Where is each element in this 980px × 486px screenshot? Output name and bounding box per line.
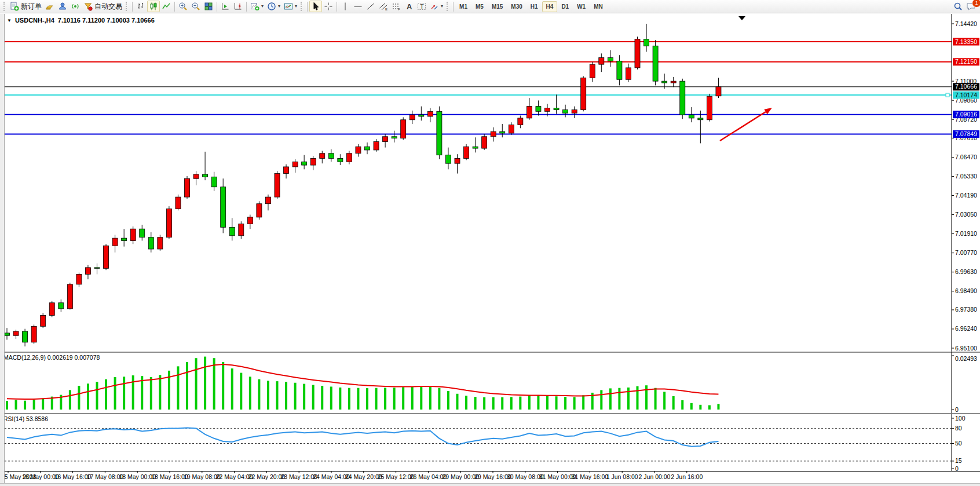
svg-text:31 May 16:00: 31 May 16:00 — [572, 473, 609, 480]
svg-text:16 May 00:00: 16 May 00:00 — [22, 473, 59, 480]
svg-text:100: 100 — [955, 415, 966, 422]
svg-text:25 May 12:00: 25 May 12:00 — [378, 473, 415, 480]
svg-text:22 May 04:00: 22 May 04:00 — [216, 473, 253, 480]
cursor-tool-button[interactable] — [309, 1, 322, 12]
timeframe-w1[interactable]: W1 — [573, 1, 590, 12]
toolbar-grip[interactable] — [126, 2, 129, 11]
svg-text:29 May 16:00: 29 May 16:00 — [474, 473, 511, 480]
svg-text:6.97380: 6.97380 — [955, 306, 977, 313]
channel-tool-button[interactable]: E — [377, 1, 390, 12]
svg-text:26 May 04:00: 26 May 04:00 — [410, 473, 447, 480]
gold-tool-button[interactable] — [43, 1, 56, 12]
svg-text:0: 0 — [955, 465, 959, 472]
svg-text:7.09016: 7.09016 — [955, 111, 977, 118]
svg-text:15: 15 — [955, 457, 962, 464]
new-order-label: 新订单 — [21, 2, 42, 12]
horizontal-line-tool-button[interactable] — [352, 1, 364, 12]
text-tool-button[interactable]: A — [403, 1, 415, 12]
signals-button[interactable] — [69, 1, 82, 12]
toolbar-grip[interactable] — [447, 2, 449, 11]
chat-button[interactable]: 1 — [964, 1, 978, 12]
profile-button[interactable] — [56, 1, 69, 12]
svg-text:18 May 16:00: 18 May 16:00 — [151, 473, 188, 480]
arrows-tool-button[interactable]: ▾ — [428, 1, 445, 12]
macd-indicator-panel[interactable]: MACD(12,26,9) 0.002619 0.0070780.024930 — [0, 352, 980, 414]
fibonacci-tool-button[interactable]: F — [390, 1, 403, 12]
arrows-caret: ▾ — [441, 4, 443, 9]
svg-text:18 May 00:00: 18 May 00:00 — [119, 473, 156, 480]
timeframe-m1[interactable]: M1 — [455, 1, 471, 12]
timeframe-m15[interactable]: M15 — [488, 1, 507, 12]
timeframe-d1[interactable]: D1 — [557, 1, 573, 12]
chart-shift-button[interactable] — [232, 1, 244, 12]
svg-text:23 May 12:00: 23 May 12:00 — [280, 473, 317, 480]
zoom-out-icon — [191, 2, 200, 11]
crosshair-icon — [324, 2, 333, 11]
svg-text:2 Jun 00:00: 2 Jun 00:00 — [639, 473, 671, 480]
bar-chart-icon — [136, 2, 145, 11]
zoom-out-button[interactable] — [189, 1, 202, 12]
svg-text:7.13350: 7.13350 — [955, 38, 977, 45]
fibonacci-icon: F — [392, 2, 401, 11]
svg-text:0: 0 — [955, 406, 959, 413]
bar-chart-button[interactable] — [134, 1, 147, 12]
svg-text:50: 50 — [955, 440, 962, 447]
new-order-icon — [10, 2, 19, 11]
auto-trading-label: 自动交易 — [94, 2, 122, 12]
window-left-gutter[interactable] — [0, 14, 5, 483]
svg-text:80: 80 — [955, 425, 962, 432]
svg-text:6.95100: 6.95100 — [955, 345, 977, 352]
vertical-line-tool-button[interactable] — [339, 1, 352, 12]
time-axis[interactable]: 15 May 202316 May 00:0016 May 16:0017 Ma… — [0, 472, 980, 483]
chart-ohlc-values: 7.10116 7.11200 7.10003 7.10666 — [58, 17, 155, 24]
search-button[interactable] — [952, 1, 964, 12]
svg-text:7.00770: 7.00770 — [955, 249, 977, 256]
svg-text:7.14420: 7.14420 — [955, 20, 977, 27]
vertical-line-icon — [341, 2, 350, 11]
line-chart-button[interactable] — [160, 1, 173, 12]
periods-button[interactable]: ▾ — [265, 1, 282, 12]
svg-text:31 May 00:00: 31 May 00:00 — [539, 473, 576, 480]
svg-text:2 Jun 16:00: 2 Jun 16:00 — [671, 473, 703, 480]
equidistant-channel-icon: E — [379, 2, 388, 11]
label-tool-button[interactable]: T — [415, 1, 428, 12]
svg-text:24 May 20:00: 24 May 20:00 — [345, 473, 382, 480]
svg-text:A: A — [407, 2, 412, 11]
candlestick-chart-button[interactable] — [147, 1, 160, 12]
toolbar-grip[interactable] — [3, 2, 6, 11]
price-chart-panel[interactable]: 7.144207.110007.098607.087207.076107.064… — [0, 14, 980, 352]
trendline-tool-button[interactable] — [364, 1, 377, 12]
svg-text:7.03050: 7.03050 — [955, 211, 977, 218]
toolbar-separator — [453, 2, 454, 12]
templates-button[interactable]: ▾ — [282, 1, 299, 12]
crosshair-tool-button[interactable] — [322, 1, 335, 12]
timeframe-mn[interactable]: MN — [590, 1, 607, 12]
timeframe-m30[interactable]: M30 — [507, 1, 526, 12]
rsi-indicator-panel[interactable]: RSI(14) 53.85861008050150 — [0, 414, 980, 472]
chart-symbol-period: USDCNH-,H4 — [15, 17, 54, 24]
text-label-icon: T — [417, 2, 426, 11]
toolbar-separator — [217, 2, 217, 12]
zoom-in-button[interactable] — [177, 1, 189, 12]
timeframe-h1[interactable]: H1 — [526, 1, 542, 12]
auto-trading-button[interactable]: 自动交易 — [82, 1, 124, 12]
chart-collapse-icon[interactable]: ▼ — [7, 18, 12, 23]
svg-text:7.10666: 7.10666 — [955, 83, 977, 90]
svg-text:7.10174: 7.10174 — [955, 92, 977, 98]
new-order-button[interactable]: 新订单 — [8, 1, 43, 12]
search-icon — [953, 2, 963, 11]
arrows-icon — [430, 2, 439, 11]
indicators-icon — [250, 2, 259, 11]
svg-text:MACD(12,26,9) 0.002619 0.00707: MACD(12,26,9) 0.002619 0.007078 — [3, 354, 100, 361]
tile-windows-button[interactable] — [202, 1, 215, 12]
indicators-button[interactable]: ▾ — [248, 1, 265, 12]
timeframe-h4[interactable]: H4 — [542, 1, 558, 12]
svg-text:7.12150: 7.12150 — [955, 58, 977, 65]
svg-text:30 May 08:00: 30 May 08:00 — [507, 473, 544, 480]
svg-text:24 May 04:00: 24 May 04:00 — [313, 473, 350, 480]
profile-icon — [58, 2, 67, 11]
toolbar-grip[interactable] — [301, 2, 303, 11]
clock-icon — [267, 2, 276, 11]
auto-scroll-button[interactable] — [219, 1, 232, 12]
timeframe-m5[interactable]: M5 — [471, 1, 488, 12]
